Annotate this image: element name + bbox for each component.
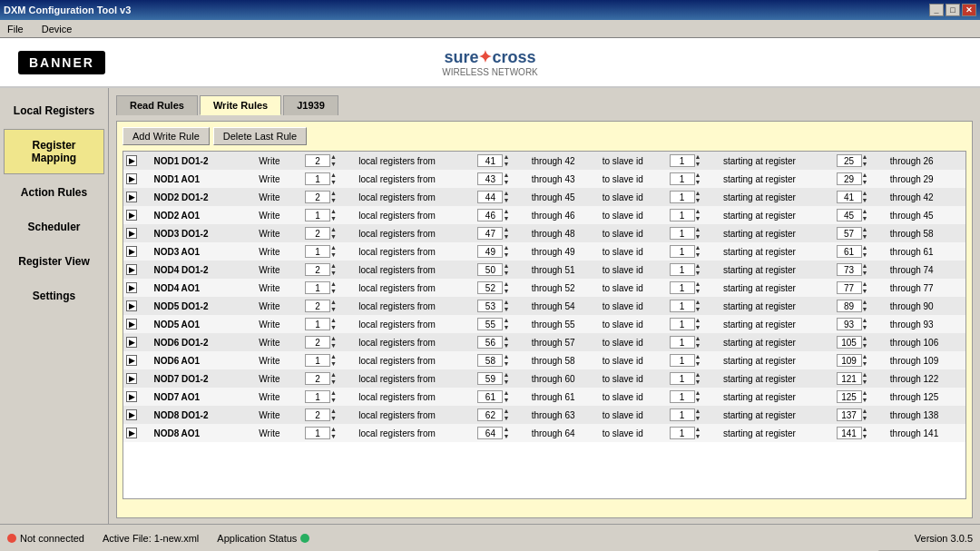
close-button[interactable]: ✕ (962, 4, 976, 16)
from-input[interactable] (477, 191, 503, 203)
start-reg-spinner[interactable]: ▲▼ (837, 262, 868, 277)
slave-id-spinner[interactable]: ▲▼ (670, 172, 701, 186)
expand-button[interactable]: ▶ (126, 173, 137, 184)
from-input[interactable] (477, 390, 503, 403)
start-reg-input[interactable] (837, 408, 862, 421)
start-reg-input[interactable] (837, 354, 862, 367)
reg-from-input[interactable] (305, 318, 330, 330)
sidebar-item-settings[interactable]: Settings (4, 280, 104, 312)
from-spinner[interactable]: ▲▼ (477, 226, 509, 241)
reg-from-spinner[interactable]: ▲▼ (305, 299, 337, 313)
slave-id-spinner[interactable]: ▲▼ (670, 244, 701, 259)
start-reg-input[interactable] (837, 427, 862, 439)
reg-from-spinner[interactable]: ▲▼ (305, 353, 337, 368)
start-reg-spinner[interactable]: ▲▼ (837, 426, 868, 440)
slave-id-spinner[interactable]: ▲▼ (670, 353, 701, 368)
start-reg-spinner[interactable]: ▲▼ (837, 208, 868, 222)
slave-id-input[interactable] (670, 154, 695, 167)
slave-id-spinner[interactable]: ▲▼ (670, 226, 701, 241)
start-reg-input[interactable] (837, 390, 862, 403)
reg-from-input[interactable] (305, 300, 330, 312)
reg-from-input[interactable] (305, 281, 330, 294)
reg-from-spinner[interactable]: ▲▼ (305, 335, 337, 349)
reg-from-input[interactable] (305, 263, 330, 276)
from-input[interactable] (477, 354, 503, 367)
sidebar-item-action-rules[interactable]: Action Rules (4, 176, 104, 209)
slave-id-spinner[interactable]: ▲▼ (670, 371, 701, 386)
from-spinner[interactable]: ▲▼ (477, 353, 509, 368)
expand-button[interactable]: ▶ (126, 192, 137, 202)
delete-last-rule-button[interactable]: Delete Last Rule (213, 127, 307, 145)
from-input[interactable] (477, 209, 503, 221)
menu-device[interactable]: Device (38, 23, 76, 35)
rules-table-container[interactable]: ▶ NOD1 DO1-2 Write ▲▼ local registers fr… (122, 151, 966, 499)
start-reg-spinner[interactable]: ▲▼ (837, 408, 868, 422)
reg-from-spinner[interactable]: ▲▼ (305, 371, 337, 386)
from-spinner[interactable]: ▲▼ (477, 262, 509, 277)
start-reg-spinner[interactable]: ▲▼ (837, 353, 868, 368)
reg-from-spinner[interactable]: ▲▼ (305, 153, 337, 168)
slave-id-input[interactable] (670, 209, 695, 221)
slave-id-input[interactable] (670, 227, 695, 240)
start-reg-input[interactable] (837, 281, 862, 294)
reg-from-spinner[interactable]: ▲▼ (305, 389, 337, 404)
slave-id-input[interactable] (670, 191, 695, 203)
reg-from-input[interactable] (305, 172, 330, 185)
reg-from-spinner[interactable]: ▲▼ (305, 262, 337, 277)
start-reg-input[interactable] (837, 172, 862, 185)
slave-id-input[interactable] (670, 390, 695, 403)
start-reg-spinner[interactable]: ▲▼ (837, 371, 868, 386)
reg-from-input[interactable] (305, 245, 330, 258)
reg-from-input[interactable] (305, 408, 330, 421)
start-reg-spinner[interactable]: ▲▼ (837, 317, 868, 331)
start-reg-spinner[interactable]: ▲▼ (837, 299, 868, 313)
slave-id-spinner[interactable]: ▲▼ (670, 426, 701, 440)
slave-id-spinner[interactable]: ▲▼ (670, 153, 701, 168)
add-write-rule-button[interactable]: Add Write Rule (122, 127, 210, 145)
reg-from-input[interactable] (305, 191, 330, 203)
start-reg-input[interactable] (837, 191, 862, 203)
start-reg-spinner[interactable]: ▲▼ (837, 172, 868, 186)
slave-id-input[interactable] (670, 354, 695, 367)
reg-from-input[interactable] (305, 372, 330, 385)
from-spinner[interactable]: ▲▼ (477, 172, 509, 186)
reg-from-spinner[interactable]: ▲▼ (305, 280, 337, 295)
sidebar-item-scheduler[interactable]: Scheduler (4, 211, 104, 243)
from-spinner[interactable]: ▲▼ (477, 317, 509, 331)
slave-id-input[interactable] (670, 336, 695, 349)
slave-id-input[interactable] (670, 372, 695, 385)
tab-write-rules[interactable]: Write Rules (200, 95, 281, 115)
start-reg-spinner[interactable]: ▲▼ (837, 153, 868, 168)
sidebar-item-register-view[interactable]: Register View (4, 245, 104, 278)
slave-id-input[interactable] (670, 408, 695, 421)
from-spinner[interactable]: ▲▼ (477, 335, 509, 349)
slave-id-spinner[interactable]: ▲▼ (670, 208, 701, 222)
slave-id-spinner[interactable]: ▲▼ (670, 317, 701, 331)
reg-from-spinner[interactable]: ▲▼ (305, 226, 337, 241)
expand-button[interactable]: ▶ (126, 246, 137, 257)
from-spinner[interactable]: ▲▼ (477, 426, 509, 440)
reg-from-spinner[interactable]: ▲▼ (305, 408, 337, 422)
from-input[interactable] (477, 172, 503, 185)
start-reg-input[interactable] (837, 372, 862, 385)
tab-read-rules[interactable]: Read Rules (116, 95, 198, 115)
sidebar-item-local-registers[interactable]: Local Registers (4, 94, 104, 127)
from-input[interactable] (477, 154, 503, 167)
from-input[interactable] (477, 427, 503, 439)
reg-from-spinner[interactable]: ▲▼ (305, 317, 337, 331)
tab-j1939[interactable]: J1939 (283, 95, 338, 115)
reg-from-input[interactable] (305, 427, 330, 439)
start-reg-input[interactable] (837, 300, 862, 312)
from-input[interactable] (477, 372, 503, 385)
slave-id-spinner[interactable]: ▲▼ (670, 299, 701, 313)
slave-id-input[interactable] (670, 427, 695, 439)
from-input[interactable] (477, 281, 503, 294)
expand-button[interactable]: ▶ (126, 210, 137, 221)
slave-id-input[interactable] (670, 300, 695, 312)
expand-button[interactable]: ▶ (126, 264, 137, 275)
from-spinner[interactable]: ▲▼ (477, 389, 509, 404)
expand-button[interactable]: ▶ (126, 337, 137, 348)
start-reg-spinner[interactable]: ▲▼ (837, 190, 868, 204)
from-spinner[interactable]: ▲▼ (477, 244, 509, 259)
start-reg-spinner[interactable]: ▲▼ (837, 389, 868, 404)
